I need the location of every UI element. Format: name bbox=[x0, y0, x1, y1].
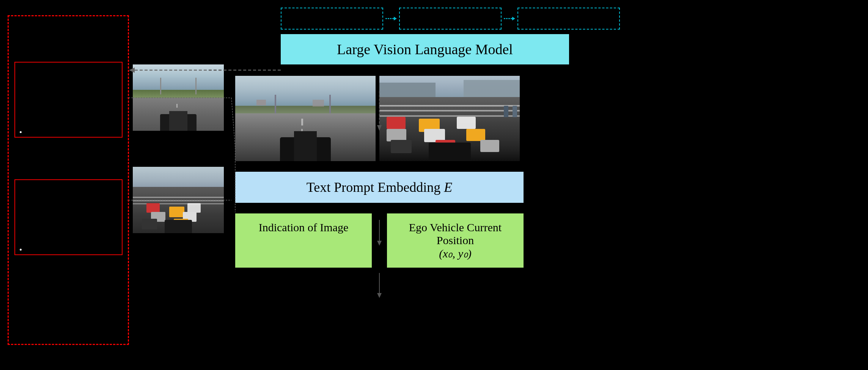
lvlm-box: Large Vision Language Model bbox=[281, 34, 569, 64]
cyan-boxes-row bbox=[281, 8, 857, 30]
inner-box-1 bbox=[14, 62, 123, 138]
ego-vehicle-math: (x₀, y₀) bbox=[439, 247, 472, 260]
ego-vehicle-label: Ego Vehicle Current Position (x₀, y₀) bbox=[409, 221, 502, 260]
inner-box-2 bbox=[14, 179, 123, 255]
large-image-traffic bbox=[379, 76, 520, 161]
tpe-math-var: E bbox=[444, 180, 452, 195]
thumb-image-1 bbox=[133, 64, 224, 131]
cyan-box-1 bbox=[281, 8, 383, 30]
indication-label: Indication of Image bbox=[259, 221, 349, 234]
bottom-boxes-row: Indication of Image Ego Vehicle Current … bbox=[235, 213, 524, 268]
svg-marker-11 bbox=[377, 293, 382, 298]
cyan-arrow-1 bbox=[383, 15, 399, 22]
svg-marker-3 bbox=[512, 17, 515, 20]
indication-box: Indication of Image bbox=[235, 213, 372, 268]
svg-line-16 bbox=[231, 98, 235, 148]
dot-indicator-1 bbox=[20, 131, 22, 133]
cyan-arrow-2 bbox=[502, 15, 517, 22]
svg-marker-1 bbox=[394, 17, 397, 20]
large-images-row bbox=[235, 76, 524, 161]
right-content-area: Large Vision Language Model bbox=[235, 8, 857, 268]
thumb-image-2 bbox=[133, 167, 224, 233]
ego-vehicle-box: Ego Vehicle Current Position (x₀, y₀) bbox=[387, 213, 524, 268]
tpe-label: Text Prompt Embedding E bbox=[307, 180, 452, 195]
dot-indicator-2 bbox=[20, 249, 22, 251]
left-outer-box bbox=[8, 15, 129, 345]
large-image-highway bbox=[235, 76, 376, 161]
tpe-box: Text Prompt Embedding E bbox=[235, 172, 524, 203]
cyan-box-2 bbox=[399, 8, 502, 30]
cyan-box-3 bbox=[517, 8, 620, 30]
ego-vehicle-text: Ego Vehicle Current Position bbox=[409, 221, 502, 246]
lvlm-label: Large Vision Language Model bbox=[337, 41, 513, 57]
tpe-text: Text Prompt Embedding bbox=[307, 180, 444, 195]
